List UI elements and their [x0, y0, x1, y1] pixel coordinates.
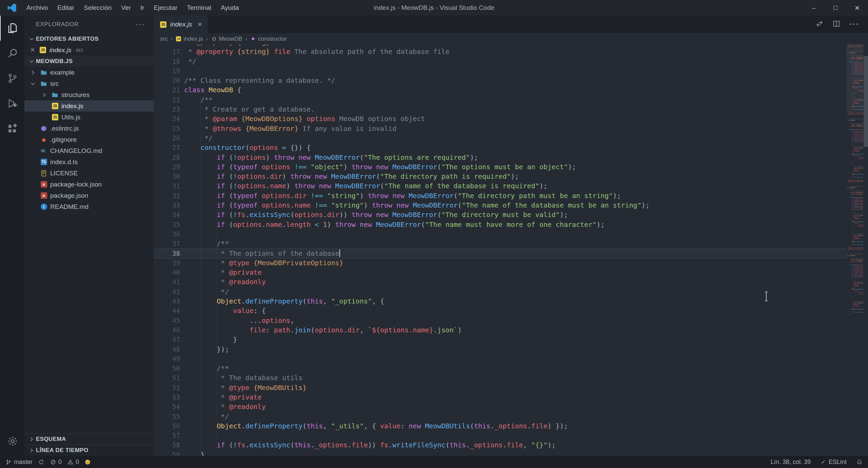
code-line-50[interactable]: /** — [184, 364, 650, 373]
activity-explorer[interactable] — [0, 16, 24, 41]
line-number-23[interactable]: 23 — [154, 104, 184, 114]
code-line-38[interactable]: * The options of the database — [184, 249, 650, 258]
code-line-30[interactable]: if (!options.dir) throw new MeowDBError(… — [184, 172, 650, 181]
line-number-46[interactable]: 46 — [154, 325, 184, 335]
line-number-30[interactable]: 30 — [154, 172, 184, 181]
code-line-24[interactable]: * @param {MeowDBOptions} options MeowDB … — [184, 114, 650, 123]
code-line-21[interactable]: class MeowDB { — [184, 85, 650, 95]
code-line-32[interactable]: if (typeof options.dir !== "string") thr… — [184, 191, 650, 200]
line-number-41[interactable]: 41 — [154, 277, 184, 287]
code-line-48[interactable]: }); — [184, 345, 650, 354]
breadcrumb-item-constructor[interactable]: constructor — [250, 36, 287, 42]
activity-extensions[interactable] — [0, 116, 24, 141]
activity-run-and-debug[interactable] — [0, 91, 24, 116]
code-line-23[interactable]: * Create or get a database. — [184, 104, 650, 114]
code-line-51[interactable]: * The database utils — [184, 373, 650, 383]
code-line-53[interactable]: * @private — [184, 392, 650, 402]
menu-editar[interactable]: Editar — [53, 0, 79, 16]
menu-archivo[interactable]: Archivo — [22, 0, 53, 16]
tree-item-index-d-ts[interactable]: TSindex.d.ts — [24, 156, 154, 168]
vertical-scrollbar-thumb[interactable] — [864, 56, 868, 147]
line-number-51[interactable]: 51 — [154, 373, 184, 383]
line-number-42[interactable]: 42 — [154, 287, 184, 296]
line-number-57[interactable]: 57 — [154, 431, 184, 440]
line-number-50[interactable]: 50 — [154, 364, 184, 373]
status-errors[interactable]: 0 — [50, 459, 62, 466]
chevron-down-icon[interactable] — [28, 79, 37, 88]
line-number-53[interactable]: 53 — [154, 392, 184, 402]
menu-seleccion[interactable]: Selección — [79, 0, 116, 16]
code-line-44[interactable]: value: { — [184, 306, 650, 315]
tree-item-gitignore[interactable]: ◆.gitignore — [24, 134, 154, 145]
tree-item-readme-md[interactable]: iREADME.md — [24, 201, 154, 212]
code-line-42[interactable]: */ — [184, 287, 650, 296]
menu-ver[interactable]: Ver — [116, 0, 136, 16]
line-number-28[interactable]: 28 — [154, 153, 184, 162]
tree-item-example[interactable]: example — [24, 67, 154, 78]
tree-item-utils-js[interactable]: JSUtils.js — [24, 112, 154, 123]
chevron-right-icon[interactable] — [27, 435, 36, 444]
code-line-39[interactable]: * @type {MeowDBPrivateOptions} — [184, 258, 650, 268]
breadcrumb-item-src[interactable]: src — [160, 36, 168, 42]
line-number-39[interactable]: 39 — [154, 258, 184, 268]
code-line-54[interactable]: * @readonly — [184, 402, 650, 411]
status-feedback-smiley[interactable] — [84, 459, 91, 465]
code-line-27[interactable]: constructor(options = {}) { — [184, 143, 650, 152]
tree-item-structures[interactable]: structures — [24, 89, 154, 100]
code-line-58[interactable]: if (!fs.existsSync(this._options.file)) … — [184, 440, 650, 450]
code-line-17[interactable]: * @property {string} file The absolute p… — [184, 47, 650, 56]
tree-item-license[interactable]: LICENSE — [24, 168, 154, 179]
tab-index-js[interactable]: JS index.js ✕ — [154, 16, 208, 33]
line-number-44[interactable]: 44 — [154, 306, 184, 315]
code-line-45[interactable]: ...options, — [184, 316, 650, 325]
tab-close-icon[interactable]: ✕ — [197, 21, 202, 28]
line-number-43[interactable]: 43 — [154, 296, 184, 306]
code-editor[interactable]: 1617181920212223242526272829303132333435… — [154, 44, 868, 456]
open-editor-item-index-js[interactable]: ✕JSindex.jssrc — [24, 44, 154, 56]
line-number-20[interactable]: 20 — [154, 76, 184, 85]
breadcrumb-item-meowdb[interactable]: MeowDB — [211, 36, 242, 42]
line-number-24[interactable]: 24 — [154, 114, 184, 123]
line-number-48[interactable]: 48 — [154, 345, 184, 354]
project-header[interactable]: MEOWDB.JS — [24, 56, 154, 67]
close-button[interactable]: ✕ — [846, 0, 868, 16]
menu-ayuda[interactable]: Ayuda — [216, 0, 244, 16]
code-line-43[interactable]: Object.defineProperty(this, "_options", … — [184, 296, 650, 306]
menu-ir[interactable]: Ir — [136, 0, 149, 16]
menu-ejecutar[interactable]: Ejecutar — [149, 0, 182, 16]
line-number-56[interactable]: 56 — [154, 421, 184, 431]
chevron-right-icon[interactable] — [40, 91, 48, 99]
maximize-button[interactable]: □ — [825, 0, 846, 16]
line-number-47[interactable]: 47 — [154, 335, 184, 344]
code-line-26[interactable]: */ — [184, 133, 650, 143]
code-line-34[interactable]: if (!fs.existsSync(options.dir)) throw n… — [184, 210, 650, 219]
minimize-button[interactable]: – — [803, 0, 825, 16]
chevron-down-icon[interactable] — [27, 35, 36, 43]
panel-linea-de-tiempo[interactable]: LÍNEA DE TIEMPO — [24, 445, 154, 456]
line-number-52[interactable]: 52 — [154, 383, 184, 392]
line-number-18[interactable]: 18 — [154, 57, 184, 66]
code-line-19[interactable] — [184, 66, 650, 76]
code-line-57[interactable] — [184, 431, 650, 440]
sidebar-more-actions-button[interactable]: ··· — [136, 20, 145, 29]
line-number-22[interactable]: 22 — [154, 95, 184, 104]
status-sync[interactable] — [38, 459, 44, 465]
code-line-25[interactable]: * @throws {MeowDBError} If any value is … — [184, 124, 650, 133]
breadcrumb-item-index-js[interactable]: JSindex.js — [176, 36, 203, 42]
line-number-17[interactable]: 17 — [154, 47, 184, 56]
line-number-16[interactable]: 16 — [154, 44, 184, 47]
line-number-55[interactable]: 55 — [154, 412, 184, 421]
line-number-29[interactable]: 29 — [154, 162, 184, 172]
code-line-41[interactable]: * @readonly — [184, 277, 650, 287]
line-number-19[interactable]: 19 — [154, 66, 184, 76]
tree-item-package-lock-json[interactable]: npackage-lock.json — [24, 179, 154, 190]
status-notifications[interactable] — [856, 459, 863, 465]
line-number-33[interactable]: 33 — [154, 200, 184, 210]
line-number-59[interactable]: 59 — [154, 450, 184, 456]
open-editors-header[interactable]: EDITORES ABIERTOS — [24, 33, 154, 44]
minimap[interactable]: * @property {string} name The name of th… — [847, 44, 863, 456]
open-changes-button[interactable] — [816, 20, 823, 29]
code-line-40[interactable]: * @private — [184, 268, 650, 277]
status-eslint[interactable]: ✓ESLint — [820, 459, 847, 466]
code-line-55[interactable]: */ — [184, 412, 650, 421]
